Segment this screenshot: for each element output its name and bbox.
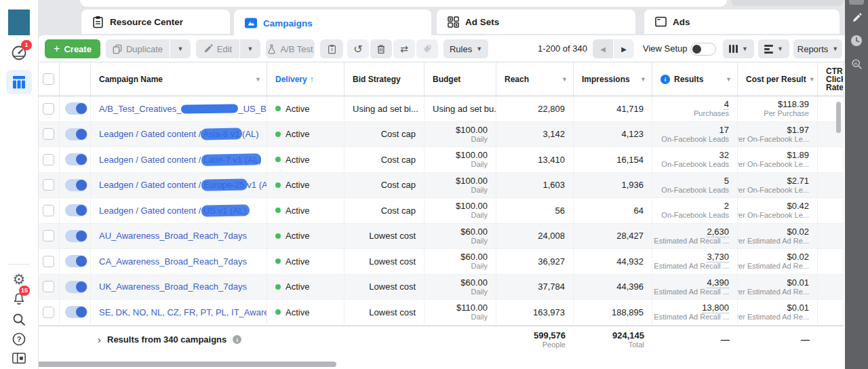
edit-pencil-icon[interactable] — [850, 11, 863, 24]
campaign-name-link[interactable]: Leadgen / Gated content / US v1 (AL) — [99, 206, 247, 216]
tab-ads[interactable]: Ads — [644, 9, 840, 34]
results-value[interactable]: 5 — [724, 176, 729, 186]
horizontal-scrollbar[interactable] — [26, 362, 336, 367]
column-cost-per-result[interactable]: Cost per Result▼ — [738, 62, 818, 96]
vertical-scrollbar-thumb[interactable] — [836, 102, 841, 133]
tab-resource-center[interactable]: Resource Center — [81, 9, 230, 34]
info-icon[interactable]: i — [660, 75, 670, 84]
campaign-active-toggle[interactable] — [65, 281, 87, 293]
row-checkbox[interactable] — [43, 307, 54, 318]
row-checkbox[interactable] — [43, 281, 54, 292]
campaign-name-link[interactable]: Leadgen / Gated content / Asia-8 v1 (AL) — [99, 129, 259, 139]
campaign-name-link[interactable]: SE, DK, NO, NL, CZ, FR, PT, PL, IT_Aware… — [99, 307, 267, 317]
campaign-active-toggle[interactable] — [65, 128, 87, 140]
column-bid-strategy[interactable]: Bid Strategy — [344, 62, 425, 96]
help-icon[interactable]: ? — [10, 330, 28, 348]
adjust-columns-button[interactable]: ⇄ — [393, 39, 415, 58]
reach-value: 3,142 — [542, 129, 565, 139]
active-status-dot — [275, 233, 281, 239]
left-navigation-rail: 1 ⚙ 15 ? — [0, 0, 39, 369]
impressions-value: 188,895 — [612, 307, 644, 317]
columns-dropdown[interactable]: ▼ — [723, 39, 754, 58]
tab-ad-sets[interactable]: Ad Sets — [437, 9, 635, 34]
tag-button[interactable] — [416, 39, 438, 58]
info-icon[interactable]: i — [233, 335, 241, 344]
column-reach[interactable]: Reach▼ — [496, 62, 574, 96]
results-value[interactable]: 3,730 — [707, 252, 729, 262]
results-value[interactable]: 4,390 — [707, 277, 729, 288]
history-clock-icon[interactable] — [850, 34, 863, 47]
results-value[interactable]: 2,630 — [707, 227, 729, 237]
cost-per-result-value: $0.01 — [787, 277, 809, 288]
campaign-active-toggle[interactable] — [65, 306, 87, 318]
delete-button[interactable] — [370, 39, 392, 58]
campaign-active-toggle[interactable] — [65, 230, 87, 242]
column-budget[interactable]: Budget — [425, 62, 496, 96]
results-value[interactable]: 17 — [719, 125, 729, 135]
undo-icon: ↺ — [353, 43, 362, 56]
undo-button[interactable]: ↺ — [347, 39, 369, 58]
campaigns-table-nav-active[interactable] — [6, 70, 32, 94]
results-type: On-Facebook Leads — [661, 135, 729, 144]
campaign-active-toggle[interactable] — [65, 153, 87, 166]
duplicate-dropdown[interactable]: ▼ — [170, 39, 191, 58]
column-results[interactable]: iResults▼ — [652, 62, 738, 96]
results-type: Purchases — [694, 109, 729, 118]
next-page-button[interactable]: ▶ — [614, 39, 634, 58]
results-summary[interactable]: › Results from 340 campaigns i — [91, 326, 267, 353]
column-delivery[interactable]: Delivery↑ — [267, 62, 344, 96]
business-logo[interactable] — [8, 9, 30, 35]
campaign-row: AU_Awareness_Broad_Reach_7days Active Lo… — [38, 224, 844, 250]
reports-dropdown[interactable]: Reports▼ — [793, 39, 842, 58]
results-value[interactable]: 13,800 — [702, 303, 729, 313]
results-value[interactable]: 4 — [724, 99, 729, 109]
row-checkbox[interactable] — [43, 154, 54, 166]
create-button[interactable]: +Create — [45, 39, 100, 58]
row-checkbox[interactable] — [43, 230, 54, 241]
results-value[interactable]: 2 — [724, 201, 729, 211]
pin-clipboard-button[interactable] — [320, 39, 343, 58]
rules-dropdown[interactable]: Rules▼ — [443, 39, 488, 58]
toggle-knob — [76, 307, 87, 317]
budget-period: Daily — [471, 262, 488, 271]
row-checkbox[interactable] — [43, 103, 54, 115]
ctr-cell — [818, 173, 844, 198]
campaign-active-toggle[interactable] — [65, 179, 87, 191]
select-all-checkbox[interactable] — [43, 73, 54, 85]
row-checkbox[interactable] — [43, 256, 54, 267]
campaign-active-toggle[interactable] — [65, 255, 87, 267]
campaign-active-toggle[interactable] — [65, 102, 87, 115]
campaign-name-link[interactable]: A/B_Test_Creatives__US_Broad_... — [99, 104, 267, 114]
cost-per-result-total: — — [738, 326, 818, 353]
campaign-active-toggle[interactable] — [65, 204, 87, 216]
campaign-name-link[interactable]: Leadgen / Gated content / Europe-25 v1 (… — [99, 180, 267, 190]
ctr-cell — [818, 275, 844, 300]
rail-collapsed-button[interactable] — [849, 0, 864, 5]
edit-button[interactable]: Edit — [196, 39, 239, 58]
row-checkbox[interactable] — [43, 128, 54, 140]
redaction-scribble — [181, 104, 238, 113]
billing-icon[interactable] — [10, 349, 28, 367]
duplicate-button[interactable]: Duplicate — [106, 39, 170, 58]
column-campaign-name[interactable]: Campaign Name▼ — [91, 62, 267, 96]
results-value[interactable]: 32 — [719, 150, 729, 160]
ab-test-button[interactable]: A/B Test — [266, 39, 315, 58]
campaign-name-link[interactable]: Leadgen / Gated content / Latin-7 v1 (AL… — [99, 155, 261, 165]
toggle-knob — [692, 45, 701, 54]
reach-value: 24,008 — [538, 231, 565, 241]
breakdown-dropdown[interactable]: ▼ — [758, 39, 789, 58]
search-icon[interactable] — [10, 311, 28, 328]
column-impressions[interactable]: Impressions▼ — [574, 62, 652, 96]
campaign-name-link[interactable]: UK_Awareness_Broad_Reach_7days — [99, 281, 247, 292]
edit-dropdown[interactable]: ▼ — [240, 39, 260, 58]
row-checkbox[interactable] — [43, 205, 54, 216]
campaign-name-link[interactable]: AU_Awareness_Broad_Reach_7days — [99, 231, 247, 241]
column-ctr[interactable]: CTRClickRate — [818, 62, 844, 96]
chart-search-icon[interactable] — [850, 57, 863, 71]
tab-campaigns[interactable]: Campaigns — [234, 9, 431, 37]
campaign-name-link[interactable]: CA_Awareness_Broad_Reach_7days — [99, 256, 247, 267]
row-checkbox[interactable] — [43, 179, 54, 191]
view-setup-toggle[interactable] — [690, 43, 716, 56]
previous-page-button[interactable]: ◀ — [593, 39, 613, 58]
chevron-right-icon[interactable]: › — [98, 334, 101, 345]
